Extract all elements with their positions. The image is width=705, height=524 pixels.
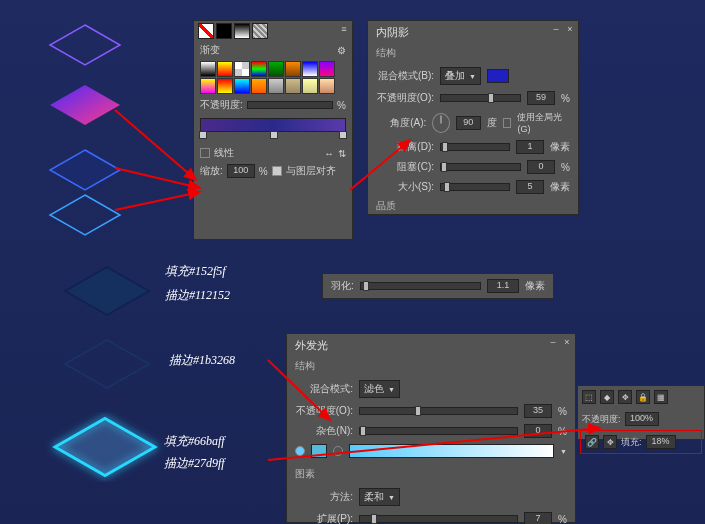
global-light-checkbox[interactable] (503, 118, 512, 128)
gradient-bar[interactable] (200, 118, 346, 132)
color-radio[interactable] (295, 446, 305, 456)
pixel-lock-icon[interactable]: ◆ (600, 390, 614, 404)
preset[interactable] (217, 61, 233, 77)
opacity-value[interactable]: 35 (524, 404, 552, 418)
opacity-label: 不透明度: (582, 413, 621, 426)
spread-slider[interactable] (359, 515, 518, 523)
size-value[interactable]: 5 (516, 180, 544, 194)
glow-color-swatch[interactable] (311, 444, 327, 458)
method-select[interactable]: 柔和▼ (359, 488, 400, 506)
svg-marker-4 (65, 267, 149, 315)
feather-slider[interactable] (360, 282, 481, 290)
linear-label: 线性 (214, 146, 234, 160)
gradient-stop[interactable] (339, 131, 347, 139)
preset[interactable] (285, 78, 301, 94)
preset[interactable] (268, 61, 284, 77)
preset[interactable] (319, 78, 335, 94)
linear-checkbox[interactable] (200, 148, 210, 158)
preset[interactable] (251, 61, 267, 77)
annotation-stroke-3: 描边#27d9ff (164, 455, 225, 472)
preset[interactable] (302, 78, 318, 94)
minimize-icon[interactable]: – (550, 23, 562, 35)
fx-icon[interactable]: ✥ (603, 435, 617, 449)
preset[interactable] (217, 78, 233, 94)
opacity-slider[interactable] (359, 407, 518, 415)
diamond-7 (55, 418, 155, 476)
preset[interactable] (319, 61, 335, 77)
preset[interactable] (234, 61, 250, 77)
choke-value[interactable]: 0 (527, 160, 555, 174)
flip-icon[interactable]: ⇅ (338, 148, 346, 159)
annotation-stroke-1: 描边#112152 (165, 287, 230, 304)
minimize-icon[interactable]: – (547, 336, 559, 348)
feather-panel: 羽化: 1.1 像素 (322, 273, 554, 299)
opacity-slider[interactable] (440, 94, 521, 102)
svg-marker-1 (50, 85, 120, 125)
preset[interactable] (302, 61, 318, 77)
reverse-icon[interactable]: ↔ (324, 148, 334, 159)
preset[interactable] (251, 78, 267, 94)
align-checkbox[interactable] (272, 166, 282, 176)
align-label: 与图层对齐 (286, 164, 336, 178)
spread-value[interactable]: 7 (524, 512, 552, 524)
choke-slider[interactable] (440, 163, 521, 171)
link-icon[interactable]: 🔗 (585, 435, 599, 449)
pattern-swatch[interactable] (252, 23, 268, 39)
blend-mode-select[interactable]: 叠加▼ (440, 67, 481, 85)
size-slider[interactable] (440, 183, 510, 191)
gradient-swatch[interactable] (234, 23, 250, 39)
preset[interactable] (268, 78, 284, 94)
solid-swatch[interactable] (216, 23, 232, 39)
close-icon[interactable]: × (564, 23, 576, 35)
panel-menu-icon[interactable]: ≡ (338, 23, 350, 35)
angle-value[interactable]: 90 (456, 116, 481, 130)
diamond-4 (50, 195, 120, 235)
gradient-radio[interactable] (333, 446, 343, 456)
scale-input[interactable]: 100 (227, 164, 255, 178)
opacity-value[interactable]: 59 (527, 91, 555, 105)
noise-slider[interactable] (359, 427, 518, 435)
panel-title: 内阴影 (368, 21, 578, 44)
section-structure: 结构 (287, 357, 575, 377)
opacity-label: 不透明度: (200, 98, 243, 112)
diamond-5 (65, 267, 149, 315)
diamond-2 (50, 85, 120, 125)
layer-opacity-value[interactable]: 100% (625, 412, 659, 426)
lock-icon[interactable]: ⬚ (582, 390, 596, 404)
diamond-1 (50, 25, 120, 65)
fill-label: 填充: (621, 436, 642, 449)
svg-marker-0 (50, 25, 120, 65)
panel-title: 外发光 (287, 334, 575, 357)
layers-options-panel: ⬚ ◆ ✥ 🔒 ▦ 不透明度: 100% 🔗 ✥ 填充: 18% (577, 385, 705, 440)
svg-marker-2 (50, 150, 120, 190)
gradient-stop[interactable] (270, 131, 278, 139)
shadow-color-swatch[interactable] (487, 69, 509, 83)
feather-label: 羽化: (331, 279, 354, 293)
opacity-slider[interactable] (247, 101, 333, 109)
gear-icon[interactable]: ⚙ (337, 45, 346, 56)
artboard-icon[interactable]: ▦ (654, 390, 668, 404)
gradient-overlay-panel: ≡ 渐变⚙ 不透明度:% 线性 ↔ ⇅ 缩放: (193, 20, 353, 240)
glow-gradient-bar[interactable] (349, 444, 554, 458)
preset[interactable] (285, 61, 301, 77)
no-fill-swatch[interactable] (198, 23, 214, 39)
close-icon[interactable]: × (561, 336, 573, 348)
all-lock-icon[interactable]: 🔒 (636, 390, 650, 404)
angle-wheel[interactable] (432, 113, 450, 133)
svg-marker-3 (50, 195, 120, 235)
section-structure: 结构 (368, 44, 578, 64)
layer-fill-value[interactable]: 18% (646, 435, 676, 449)
preset[interactable] (200, 61, 216, 77)
distance-value[interactable]: 1 (516, 140, 544, 154)
feather-value[interactable]: 1.1 (487, 279, 519, 293)
preset[interactable] (200, 78, 216, 94)
distance-slider[interactable] (440, 143, 510, 151)
gradient-stop[interactable] (199, 131, 207, 139)
blend-mode-select[interactable]: 滤色▼ (359, 380, 400, 398)
preset[interactable] (234, 78, 250, 94)
chevron-down-icon[interactable]: ▼ (560, 448, 567, 455)
diamond-6 (65, 340, 149, 388)
move-lock-icon[interactable]: ✥ (618, 390, 632, 404)
noise-value[interactable]: 0 (524, 424, 552, 438)
section-elements: 图素 (287, 465, 575, 485)
